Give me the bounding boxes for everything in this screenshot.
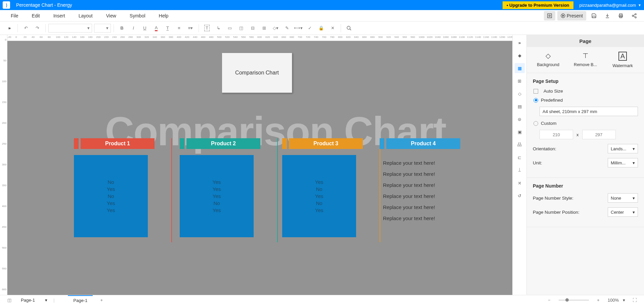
expand-toolbar-icon[interactable]: »	[4, 23, 15, 33]
history-icon[interactable]: ↺	[515, 191, 525, 201]
orientation-label: Orientation:	[533, 146, 608, 151]
add-page-icon[interactable]: +	[96, 295, 107, 305]
predefined-size-select[interactable]: A4 sheet, 210mm x 297 mm	[540, 107, 638, 116]
bold-icon[interactable]: B	[117, 23, 127, 33]
replace-text-row[interactable]: Replace your text here!	[383, 171, 435, 177]
product-block-4[interactable]: Product 4	[380, 138, 460, 155]
product-row: Yes	[315, 179, 323, 186]
replace-text-row[interactable]: Replace your text here!	[383, 204, 435, 210]
shapes-panel-icon[interactable]: ⊞	[515, 76, 525, 86]
upgrade-button[interactable]: • Upgrade to Premium Version	[503, 1, 573, 9]
shape-icon[interactable]: ▭	[224, 23, 235, 33]
menu-insert[interactable]: Insert	[47, 13, 72, 18]
undo-icon[interactable]: ↶	[20, 23, 31, 33]
group-icon[interactable]: ◫	[236, 23, 247, 33]
height-input[interactable]	[582, 130, 616, 139]
replace-text-row[interactable]: Replace your text here!	[383, 160, 435, 166]
page-dropdown[interactable]: Page-1▾	[18, 298, 50, 303]
menu-edit[interactable]: Edit	[25, 13, 47, 18]
download-icon[interactable]	[602, 11, 613, 20]
product-row: No	[316, 200, 322, 207]
product-block-2[interactable]: Product 2YesYesYesNoYes	[180, 138, 260, 237]
app-logo[interactable]: ⟩	[3, 1, 10, 9]
font-color-icon[interactable]: A	[151, 23, 162, 33]
theme-icon[interactable]: ◆	[515, 50, 525, 60]
focus-mode-button[interactable]	[544, 11, 555, 20]
menu-layout[interactable]: Layout	[72, 13, 99, 18]
underline-icon[interactable]: U	[139, 23, 150, 33]
present-button[interactable]: Present	[557, 11, 586, 20]
highlight-icon[interactable]: T̲	[162, 23, 173, 33]
align-text-icon[interactable]: ≡	[174, 23, 184, 33]
font-family-select[interactable]: ▾	[48, 24, 92, 33]
fill-icon[interactable]: ◇▾	[270, 23, 281, 33]
menu-file[interactable]: File	[4, 13, 25, 18]
page-settings-icon[interactable]: ▦	[515, 63, 525, 73]
pagenum-pos-select[interactable]: Center▾	[608, 207, 638, 217]
fullscreen-icon[interactable]: ⛶	[629, 295, 640, 305]
save-icon[interactable]	[588, 11, 600, 20]
pagenum-style-select[interactable]: None▾	[608, 193, 638, 203]
product-header-label: Product 2	[186, 138, 260, 149]
menu-symbol[interactable]: Symbol	[123, 13, 152, 18]
data-icon[interactable]: ⊜	[515, 114, 525, 124]
redo-icon[interactable]: ↷	[32, 23, 43, 33]
unit-select[interactable]: Millim...▾	[608, 158, 638, 167]
collapse-panel-icon[interactable]: »	[515, 38, 525, 48]
outline-icon[interactable]: ▤	[515, 101, 525, 111]
object-icon[interactable]: ⊏	[515, 152, 525, 162]
text-tool-icon[interactable]: T	[202, 23, 212, 33]
search-icon[interactable]	[344, 23, 354, 33]
tree-icon[interactable]: 品	[515, 140, 525, 150]
product-block-1[interactable]: Product 1NoYesNoYesYes	[74, 138, 155, 237]
replace-text-row[interactable]: Replace your text here!	[383, 182, 435, 188]
layers-icon[interactable]: ◇	[515, 89, 525, 99]
edit-shape-icon[interactable]: ✓	[304, 23, 315, 33]
document-title: Percentage Chart - Energy	[16, 2, 503, 8]
panel-toggle-icon[interactable]: ◫	[4, 295, 15, 305]
product-row: No	[213, 200, 220, 207]
pagenum-pos-label: Page Number Position:	[533, 210, 608, 215]
zoom-in-icon[interactable]: +	[593, 295, 604, 305]
line-color-icon[interactable]: ✎	[282, 23, 292, 33]
tools-icon[interactable]: ✕	[327, 23, 338, 33]
distribute-icon[interactable]: ⊞	[259, 23, 269, 33]
italic-icon[interactable]: I	[128, 23, 139, 33]
menu-help[interactable]: Help	[152, 13, 175, 18]
product-row: Yes	[107, 207, 115, 214]
remove-bg-action[interactable]: ⊤Remove B...	[567, 52, 604, 68]
background-action[interactable]: ◇Background	[529, 52, 567, 68]
svg-point-10	[347, 26, 350, 29]
connector-icon[interactable]: ↳	[213, 23, 224, 33]
predefined-radio[interactable]: Predefined	[533, 98, 638, 103]
ruler-vertical: 050100150200250300350400450500550600	[0, 35, 7, 295]
shuffle-icon[interactable]: ⤨	[515, 178, 525, 188]
page-tab[interactable]: Page-1	[68, 295, 93, 305]
title-shape[interactable]: Comparison Chart	[222, 53, 292, 93]
user-email[interactable]: pizzaandparatha@gmail.com	[579, 3, 636, 8]
replace-text-row[interactable]: Replace your text here!	[383, 193, 435, 199]
pagenum-style-label: Page Number Style:	[533, 196, 608, 201]
print-icon[interactable]	[615, 11, 627, 20]
auto-size-checkbox[interactable]: Auto Size	[533, 89, 638, 94]
share-icon[interactable]	[629, 11, 640, 20]
line-style-icon[interactable]: ⟷▾	[293, 23, 304, 33]
orientation-select[interactable]: Lands...▾	[608, 144, 638, 153]
zoom-out-icon[interactable]: −	[544, 295, 555, 305]
product-block-3[interactable]: Product 3YesNoYesNoYes	[282, 138, 363, 237]
line-spacing-icon[interactable]: ≡▾	[185, 23, 196, 33]
font-size-select[interactable]: ▾	[94, 24, 111, 33]
image-icon[interactable]: ▣	[515, 127, 525, 137]
watermark-action[interactable]: AWatermark	[604, 52, 641, 68]
custom-radio[interactable]: Custom	[533, 121, 638, 126]
user-dropdown-icon[interactable]: ▼	[638, 3, 641, 7]
menu-view[interactable]: View	[99, 13, 123, 18]
width-input[interactable]	[540, 130, 573, 139]
dim-separator: x	[576, 132, 579, 137]
ruler-icon[interactable]: ⟘	[515, 165, 525, 175]
zoom-slider[interactable]	[559, 300, 589, 301]
align-objects-icon[interactable]: ⊟	[247, 23, 258, 33]
replace-text-row[interactable]: Replace your text here!	[383, 215, 435, 221]
canvas[interactable]: Comparison Chart Comparison Chart Produc…	[7, 41, 512, 295]
lock-icon[interactable]: 🔒	[316, 23, 327, 33]
